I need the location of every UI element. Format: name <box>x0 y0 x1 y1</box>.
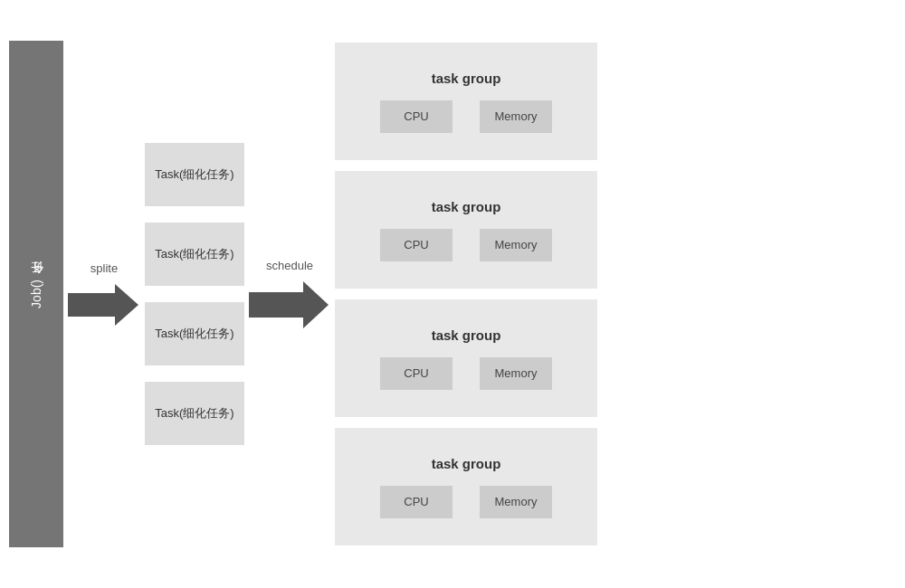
task-group-title-2: task group <box>432 199 501 214</box>
task-group-title-1: task group <box>432 71 501 86</box>
tasks-column: Task(细化任务) Task(细化任务) Task(细化任务) Task(细化… <box>145 143 244 445</box>
cpu-box-4: CPU <box>380 486 452 518</box>
job-block: Job(任务) <box>9 41 63 547</box>
splite-section: splite <box>63 261 145 327</box>
task-group-3: task group CPU Memory <box>335 299 597 417</box>
task-label-4: Task(细化任务) <box>155 405 233 422</box>
memory-label-2: Memory <box>495 238 538 251</box>
cpu-label-2: CPU <box>404 238 428 251</box>
splite-arrow-icon <box>68 282 140 327</box>
task-label-3: Task(细化任务) <box>155 326 233 342</box>
task-box-1: Task(细化任务) <box>145 143 244 206</box>
task-box-4: Task(细化任务) <box>145 382 244 445</box>
task-box-2: Task(细化任务) <box>145 223 244 286</box>
memory-label-3: Memory <box>495 366 538 380</box>
cpu-label-4: CPU <box>404 495 428 508</box>
diagram: Job(任务) splite Task(细化任务) Task(细化任务) Tas… <box>9 9 896 579</box>
task-label-2: Task(细化任务) <box>155 246 233 262</box>
memory-box-4: Memory <box>480 486 552 518</box>
memory-box-2: Memory <box>480 229 552 261</box>
svg-marker-0 <box>68 284 138 326</box>
task-group-resources-1: CPU Memory <box>380 100 552 133</box>
task-group-2: task group CPU Memory <box>335 171 597 289</box>
task-group-4: task group CPU Memory <box>335 428 597 545</box>
task-group-resources-4: CPU Memory <box>380 486 552 518</box>
task-group-title-4: task group <box>432 456 501 471</box>
task-group-resources-3: CPU Memory <box>380 357 552 390</box>
schedule-arrow-icon <box>249 280 330 330</box>
task-label-1: Task(细化任务) <box>155 166 233 183</box>
memory-label-1: Memory <box>495 109 538 123</box>
cpu-label-3: CPU <box>404 366 428 380</box>
cpu-box-3: CPU <box>380 357 452 390</box>
memory-box-1: Memory <box>480 100 552 133</box>
task-group-title-3: task group <box>432 327 501 343</box>
task-group-1: task group CPU Memory <box>335 43 597 160</box>
cpu-box-1: CPU <box>380 100 452 133</box>
groups-column: task group CPU Memory task group CPU Mem… <box>335 43 597 545</box>
cpu-label-1: CPU <box>404 109 428 123</box>
cpu-box-2: CPU <box>380 229 452 261</box>
svg-marker-1 <box>249 281 329 328</box>
task-group-resources-2: CPU Memory <box>380 229 552 261</box>
schedule-label: schedule <box>266 259 313 272</box>
memory-box-3: Memory <box>480 357 552 390</box>
job-label: Job(任务) <box>28 280 44 308</box>
schedule-section: schedule <box>244 259 335 330</box>
splite-label: splite <box>90 261 118 275</box>
memory-label-4: Memory <box>495 495 538 508</box>
task-box-3: Task(细化任务) <box>145 302 244 365</box>
